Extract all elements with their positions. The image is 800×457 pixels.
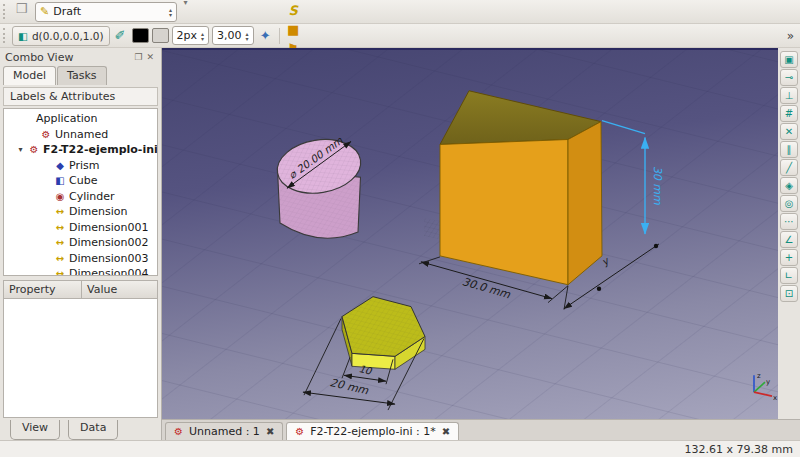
cube-height-label: 30 mm — [651, 166, 664, 205]
workbench-selector[interactable]: ✎ Draft ▴ ▾ — [35, 2, 177, 22]
snap-extension-button[interactable]: ╱ — [780, 159, 798, 176]
tree-item-dimension003[interactable]: ↔ Dimension003 — [4, 251, 157, 267]
snap-midpoint-button[interactable]: + — [780, 249, 798, 266]
viewport-row: ⌀ 20.00 mm 30 mm — [162, 48, 800, 419]
tree-item-dimension002[interactable]: ↔ Dimension002 — [4, 235, 157, 251]
close-tab-icon[interactable]: ✖ — [266, 426, 274, 437]
face-color-swatch[interactable] — [152, 28, 169, 43]
tab-view[interactable]: View — [10, 420, 60, 440]
status-bar: 132.61 x 79.38 mm — [0, 440, 800, 457]
apply-style-button[interactable]: ✦ — [256, 26, 275, 45]
working-plane-button[interactable]: ◧ d(0.0,0.0,1.0) — [12, 26, 110, 46]
property-view-tabs: ViewData — [0, 418, 161, 440]
tree-item-icon: ↔ — [54, 237, 66, 248]
tree-item-label: Dimension001 — [69, 221, 148, 234]
property-table-body[interactable] — [3, 299, 158, 418]
tab-tasks[interactable]: Tasks — [57, 66, 106, 85]
close-panel-icon[interactable]: ✕ — [144, 52, 156, 62]
snap-endpoint-button[interactable]: ⊸ — [780, 69, 798, 86]
tree-item-dimension004[interactable]: ↔ Dimension004 — [4, 266, 157, 276]
snap-special-button[interactable]: ◎ — [780, 195, 798, 212]
document-icon: ⚙ — [295, 426, 304, 437]
tree-item-unnamed[interactable]: ⚙ Unnamed — [4, 127, 157, 143]
font-size-spin-arrows[interactable]: ▴ ▾ — [246, 31, 249, 41]
tree-item-icon: ◉ — [54, 191, 66, 202]
tree-item-label: Dimension004 — [69, 267, 148, 276]
model-tree: Application ⚙ Unnamed ▾ ⚙ F2-T22-ejemplo… — [3, 108, 158, 276]
draft-shapestring-button[interactable]: S — [284, 1, 303, 20]
draw-style-dropdown[interactable]: ▾ — [181, 0, 190, 12]
toolbar-grip[interactable] — [3, 4, 8, 19]
font-size-value: 3,00 — [217, 29, 242, 42]
snap-perpendicular-button[interactable]: ⊥ — [780, 87, 798, 104]
value-column-header[interactable]: Value — [82, 281, 157, 298]
snap-center-button[interactable]: ◈ — [780, 177, 798, 194]
snap-ortho-button[interactable]: ∟ — [780, 267, 798, 284]
document-area: ⌀ 20.00 mm 30 mm — [162, 48, 800, 440]
close-tab-icon[interactable]: ✖ — [442, 426, 450, 437]
tree-item-label: Dimension003 — [69, 252, 148, 265]
cube-object[interactable] — [440, 91, 602, 285]
snap-lock-button[interactable]: ▣ — [780, 51, 798, 68]
combo-view-title: Combo View — [5, 51, 132, 64]
line-color-swatch[interactable] — [132, 28, 149, 43]
workbench-spin-arrows[interactable]: ▴ ▾ — [169, 7, 172, 17]
tree-item-icon: ⚙ — [40, 129, 52, 140]
snap-workingplane-button[interactable]: ⊡ — [780, 285, 798, 302]
tree-item-application[interactable]: Application — [4, 111, 157, 127]
line-width-spinbox[interactable]: 2px ▴ ▾ — [172, 26, 210, 45]
expander-icon[interactable]: ▾ — [16, 145, 25, 154]
float-panel-icon[interactable]: ❐ — [132, 52, 144, 62]
line-width-spin-arrows[interactable]: ▴ ▾ — [201, 31, 204, 41]
toolbar-overflow-button[interactable]: » — [783, 29, 798, 43]
tree-item-icon: ↔ — [54, 222, 66, 233]
snap-intersection-button[interactable]: ✕ — [780, 123, 798, 140]
doc-tab-f2-t22-ejemplo-ini[interactable]: ⚙ F2-T22-ejemplo-ini : 1* ✖ — [286, 422, 459, 440]
property-column-header[interactable]: Property — [4, 281, 82, 298]
construction-mode-button[interactable]: ✐ — [111, 26, 130, 45]
document-icon: ⚙ — [174, 426, 183, 437]
workbench-label: Draft — [53, 5, 165, 18]
tree-item-label: Cylinder — [69, 190, 115, 203]
draft-facebinder-button[interactable]: ■ — [284, 20, 303, 39]
axis-y-label: y — [766, 378, 770, 386]
tree-item-cube[interactable]: ◧ Cube — [4, 173, 157, 189]
spin-down-icon: ▾ — [169, 12, 172, 17]
tree-item-dimension[interactable]: ↔ Dimension — [4, 204, 157, 220]
snap-grid-button[interactable]: # — [780, 105, 798, 122]
doc-tab-unnamed[interactable]: ⚙ Unnamed : 1 ✖ — [165, 422, 283, 440]
tree-item-dimension001[interactable]: ↔ Dimension001 — [4, 220, 157, 236]
tree-item-label: Prism — [69, 159, 99, 172]
freecad-window: ❏❐↧⊟✂❑❒↶▾↷▾⟳ ✎ Draft ▴ ▾ ?●■✎▶◉⊘▾❒❒❒❒❒❒❒… — [0, 0, 800, 457]
combo-view-tabs: ModelTasks — [0, 66, 161, 85]
combo-view-panel: Combo View ❐ ✕ ModelTasks Labels & Attri… — [0, 48, 162, 440]
tree-item-f2-t22-ejemplo-ini[interactable]: ▾ ⚙ F2-T22-ejemplo-ini — [4, 142, 157, 158]
tab-model[interactable]: Model — [3, 66, 56, 85]
dimension-readout: 132.61 x 79.38 mm — [685, 443, 793, 456]
toolbar-grip[interactable] — [3, 28, 8, 43]
3d-scene: ⌀ 20.00 mm 30 mm — [162, 50, 778, 419]
document-tabbar: ⚙ Unnamed : 1 ✖ ⚙ F2-T22-ejemplo-ini : 1… — [162, 419, 800, 440]
3d-viewport[interactable]: ⌀ 20.00 mm 30 mm — [162, 48, 778, 419]
tree-item-icon: ⚙ — [28, 144, 40, 155]
labels-attributes-header: Labels & Attributes — [3, 87, 158, 106]
tree-item-icon: ↔ — [54, 253, 66, 264]
tree-item-label: Dimension002 — [69, 236, 148, 249]
tree-item-cylinder[interactable]: ◉ Cylinder — [4, 189, 157, 205]
line-width-value: 2px — [177, 29, 198, 42]
snap-near-button[interactable]: ⋯ — [780, 213, 798, 230]
axis-z-label: z — [757, 372, 761, 380]
paste-button[interactable]: ❒ — [12, 0, 31, 18]
snap-angle-button[interactable]: ∠ — [780, 231, 798, 248]
snap-parallel-button[interactable]: ∥ — [780, 141, 798, 158]
tree-item-label: F2-T22-ejemplo-ini — [43, 143, 158, 156]
tree-item-label: Unnamed — [55, 128, 108, 141]
tab-data[interactable]: Data — [68, 420, 118, 440]
working-plane-label: d(0.0,0.0,1.0) — [32, 30, 104, 42]
document-tab-label: F2-T22-ejemplo-ini : 1* — [310, 425, 436, 438]
tree-item-icon: ◧ — [54, 175, 66, 186]
font-size-spinbox[interactable]: 3,00 ▴ ▾ — [212, 26, 254, 45]
main-area: Combo View ❐ ✕ ModelTasks Labels & Attri… — [0, 48, 800, 440]
tree-item-prism[interactable]: ◆ Prism — [4, 158, 157, 174]
combo-view-titlebar: Combo View ❐ ✕ — [0, 48, 161, 66]
